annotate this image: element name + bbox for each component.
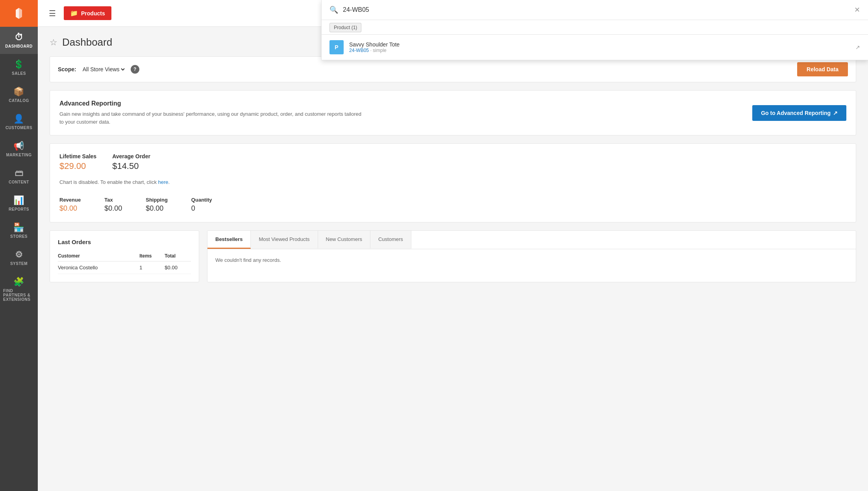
external-link-icon: ↗ bbox=[833, 110, 838, 116]
main-area: ☰ 📁 Products 🔍 ✕ Product (1) P Savvy Sho… bbox=[38, 0, 868, 491]
catalog-icon: 📦 bbox=[13, 87, 24, 97]
average-order-value: $14.50 bbox=[112, 161, 150, 171]
tab-bestsellers[interactable]: Bestsellers bbox=[207, 231, 251, 249]
lifetime-sales-block: Lifetime Sales $29.00 bbox=[59, 153, 96, 171]
search-result-item[interactable]: P Savvy Shoulder Tote 24-WB05 · simple ↗ bbox=[322, 35, 868, 60]
advanced-reporting-section: Advanced Reporting Gain new insights and… bbox=[50, 90, 856, 135]
sidebar-item-system[interactable]: ⚙ SYSTEM bbox=[0, 244, 38, 271]
magento-logo bbox=[0, 0, 38, 27]
tab-content: We couldn't find any records. bbox=[207, 249, 856, 271]
result-name: Savvy Shoulder Tote bbox=[349, 41, 850, 48]
tabs-nav: Bestsellers Most Viewed Products New Cus… bbox=[207, 231, 856, 249]
search-clear-button[interactable]: ✕ bbox=[854, 6, 860, 14]
shipping-value: $0.00 bbox=[146, 204, 168, 213]
col-items: Items bbox=[139, 251, 165, 261]
page-title: Dashboard bbox=[62, 36, 112, 48]
scope-help-button[interactable]: ? bbox=[131, 65, 139, 74]
metrics-row: Revenue $0.00 Tax $0.00 Shipping $0.00 Q… bbox=[59, 193, 846, 213]
stats-top: Lifetime Sales $29.00 Average Order $14.… bbox=[59, 153, 846, 171]
search-overlay: 🔍 ✕ Product (1) P Savvy Shoulder Tote 24… bbox=[321, 0, 868, 60]
hamburger-button[interactable]: ☰ bbox=[46, 7, 59, 20]
marketing-icon: 📢 bbox=[13, 141, 24, 151]
sidebar-item-stores[interactable]: 🏪 STORES bbox=[0, 217, 38, 244]
ar-description: Gain new insights and take command of yo… bbox=[59, 110, 366, 126]
result-info: Savvy Shoulder Tote 24-WB05 · simple bbox=[349, 41, 850, 53]
tax-label: Tax bbox=[104, 197, 122, 203]
tabs-section: Bestsellers Most Viewed Products New Cus… bbox=[207, 230, 856, 282]
scope-left: Scope: All Store Views ? bbox=[58, 65, 139, 74]
folder-icon: 📁 bbox=[70, 9, 78, 17]
search-category-badge: Product (1) bbox=[329, 23, 361, 32]
content-icon: 🗃 bbox=[15, 168, 24, 178]
average-order-block: Average Order $14.50 bbox=[112, 153, 150, 171]
products-tab-button[interactable]: 📁 Products bbox=[64, 6, 111, 20]
col-total: Total bbox=[165, 251, 191, 261]
sidebar: ⏱ DASHBOARD 💲 SALES 📦 CATALOG 👤 CUSTOMER… bbox=[0, 0, 38, 491]
ar-title: Advanced Reporting bbox=[59, 100, 366, 107]
dashboard-icon: ⏱ bbox=[15, 32, 24, 43]
result-type: · simple bbox=[370, 48, 386, 53]
store-views-select[interactable]: All Store Views bbox=[81, 66, 126, 73]
order-total: $0.00 bbox=[165, 261, 191, 274]
sidebar-item-marketing[interactable]: 📢 MARKETING bbox=[0, 135, 38, 163]
quantity-label: Quantity bbox=[191, 197, 212, 203]
chart-notice: Chart is disabled. To enable the chart, … bbox=[59, 179, 846, 185]
orders-section: Last Orders Customer Items Total Veronic… bbox=[50, 230, 199, 282]
topbar: ☰ 📁 Products 🔍 ✕ Product (1) P Savvy Sho… bbox=[38, 0, 868, 27]
search-icon: 🔍 bbox=[329, 6, 338, 14]
sidebar-item-content[interactable]: 🗃 CONTENT bbox=[0, 163, 38, 190]
tab-customers[interactable]: Customers bbox=[370, 231, 411, 249]
ar-text: Advanced Reporting Gain new insights and… bbox=[59, 100, 366, 126]
order-customer: Veronica Costello bbox=[58, 261, 139, 274]
metric-tax: Tax $0.00 bbox=[104, 197, 122, 213]
shipping-label: Shipping bbox=[146, 197, 168, 203]
sidebar-item-reports[interactable]: 📊 REPORTS bbox=[0, 190, 38, 217]
chart-enable-link[interactable]: here bbox=[158, 179, 168, 185]
revenue-label: Revenue bbox=[59, 197, 81, 203]
scope-label: Scope: bbox=[58, 66, 76, 72]
external-link-icon: ↗ bbox=[855, 44, 860, 50]
average-order-label: Average Order bbox=[112, 153, 150, 159]
bottom-section: Last Orders Customer Items Total Veronic… bbox=[50, 230, 856, 282]
tax-value: $0.00 bbox=[104, 204, 122, 213]
sales-icon: 💲 bbox=[13, 59, 24, 70]
metric-shipping: Shipping $0.00 bbox=[146, 197, 168, 213]
sidebar-item-customers[interactable]: 👤 CUSTOMERS bbox=[0, 108, 38, 135]
sidebar-item-dashboard[interactable]: ⏱ DASHBOARD bbox=[0, 27, 38, 54]
go-to-advanced-reporting-button[interactable]: Go to Advanced Reporting ↗ bbox=[752, 105, 846, 121]
reports-icon: 📊 bbox=[13, 195, 24, 206]
scope-select[interactable]: All Store Views bbox=[81, 66, 126, 73]
orders-title: Last Orders bbox=[58, 239, 191, 245]
metric-revenue: Revenue $0.00 bbox=[59, 197, 81, 213]
search-input[interactable] bbox=[343, 6, 849, 13]
star-icon: ☆ bbox=[50, 37, 57, 48]
metric-quantity: Quantity 0 bbox=[191, 197, 212, 213]
system-icon: ⚙ bbox=[15, 250, 23, 260]
result-meta: 24-WB05 · simple bbox=[349, 48, 850, 53]
reload-data-button[interactable]: Reload Data bbox=[797, 62, 848, 76]
quantity-value: 0 bbox=[191, 204, 212, 213]
tab-new-customers[interactable]: New Customers bbox=[318, 231, 370, 249]
sidebar-item-sales[interactable]: 💲 SALES bbox=[0, 54, 38, 81]
extensions-icon: 🧩 bbox=[13, 277, 24, 287]
sidebar-item-find-partners[interactable]: 🧩 FIND PARTNERS & EXTENSIONS bbox=[0, 271, 38, 307]
result-product-icon: P bbox=[329, 40, 344, 54]
page-content: ☆ Dashboard Scope: All Store Views ? Rel… bbox=[38, 27, 868, 491]
stats-section: Lifetime Sales $29.00 Average Order $14.… bbox=[50, 143, 856, 222]
revenue-value: $0.00 bbox=[59, 204, 81, 213]
table-row: Veronica Costello 1 $0.00 bbox=[58, 261, 191, 274]
result-sku: 24-WB05 bbox=[349, 48, 369, 53]
sidebar-item-catalog[interactable]: 📦 CATALOG bbox=[0, 81, 38, 108]
customers-icon: 👤 bbox=[13, 114, 24, 124]
no-records-message: We couldn't find any records. bbox=[215, 257, 848, 263]
stores-icon: 🏪 bbox=[13, 222, 24, 233]
tab-most-viewed[interactable]: Most Viewed Products bbox=[251, 231, 318, 249]
search-category: Product (1) bbox=[322, 20, 868, 35]
order-items: 1 bbox=[139, 261, 165, 274]
col-customer: Customer bbox=[58, 251, 139, 261]
lifetime-sales-value: $29.00 bbox=[59, 161, 96, 171]
orders-table: Customer Items Total Veronica Costello 1… bbox=[58, 251, 191, 274]
lifetime-sales-label: Lifetime Sales bbox=[59, 153, 96, 159]
search-bar: 🔍 ✕ bbox=[322, 0, 868, 20]
